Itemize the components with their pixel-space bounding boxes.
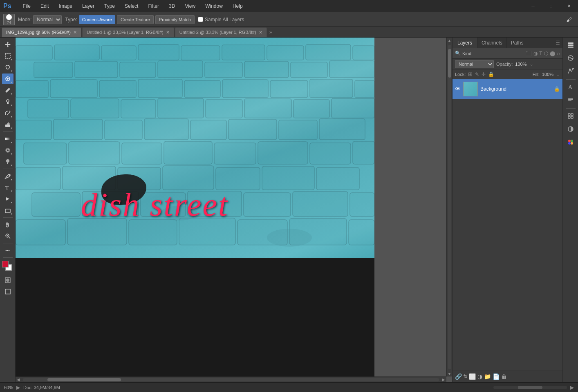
separator-1: [566, 79, 576, 80]
new-layer-btn[interactable]: 📄: [493, 373, 500, 380]
hand-tool[interactable]: [2, 219, 13, 230]
paths-panel-btn[interactable]: [565, 65, 576, 77]
menu-window[interactable]: Window: [204, 2, 224, 10]
opacity-value[interactable]: 100%: [515, 62, 526, 67]
zoom-expand-btn[interactable]: ▶: [16, 385, 20, 390]
blur-tool[interactable]: ▼: [2, 145, 13, 156]
menu-filter[interactable]: Filter: [146, 2, 161, 10]
h-scrollbar[interactable]: ◀ ▶: [16, 376, 446, 382]
layers-panel-btn[interactable]: [565, 39, 576, 51]
paragraph-panel-btn[interactable]: [565, 94, 576, 106]
brush-settings-btn[interactable]: 🖌: [563, 14, 575, 25]
tab-expand-btn[interactable]: »: [269, 29, 272, 35]
lasso-tool[interactable]: ▼: [2, 62, 13, 73]
content-aware-btn[interactable]: Content-Aware: [79, 15, 115, 24]
menu-file[interactable]: File: [21, 2, 32, 10]
lock-all-btn[interactable]: 🔒: [488, 71, 494, 77]
move-tool[interactable]: [2, 39, 13, 50]
link-layers-btn[interactable]: 🔗: [455, 373, 462, 380]
minimize-btn[interactable]: ─: [527, 1, 539, 11]
mask-mode-btn[interactable]: [2, 275, 13, 285]
filter-shape-icon[interactable]: ⬡: [544, 51, 548, 56]
brush-preview[interactable]: 74: [3, 14, 15, 25]
tab-1[interactable]: Untitled-1 @ 33,3% (Layer 1, RGB/8#) ✕: [82, 27, 174, 37]
swatches-panel-btn[interactable]: [565, 136, 576, 148]
gradient-tool[interactable]: ▼: [2, 134, 13, 144]
v-scroll-track[interactable]: [448, 45, 451, 369]
menu-select[interactable]: Select: [123, 2, 140, 10]
tab-0[interactable]: IMG_1299.jpg @ 60% (RGB/8#) ✕: [2, 27, 81, 37]
mask-btn[interactable]: ⬜: [469, 373, 476, 380]
tab-2-close[interactable]: ✕: [259, 30, 262, 35]
tab-2[interactable]: Untitled-2 @ 33,3% (Layer 1, RGB/8#) ✕: [175, 27, 267, 37]
delete-layer-btn[interactable]: 🗑: [501, 373, 507, 380]
menu-layer[interactable]: Layer: [81, 2, 96, 10]
create-texture-btn[interactable]: Create Texture: [117, 15, 154, 24]
extra-tools[interactable]: •••: [2, 245, 13, 256]
v-scrollbar[interactable]: ▲ ▼: [446, 38, 452, 376]
tab-1-close[interactable]: ✕: [166, 30, 170, 35]
tab-layers[interactable]: Layers: [453, 38, 477, 48]
adjustments-panel-btn[interactable]: [565, 123, 576, 135]
tab-channels[interactable]: Channels: [477, 38, 507, 48]
fx-btn[interactable]: fx: [464, 374, 467, 379]
scroll-indicator[interactable]: [493, 386, 567, 389]
scroll-left-btn[interactable]: ◀: [16, 377, 21, 382]
h-scroll-track[interactable]: [23, 378, 439, 381]
mode-dropdown[interactable]: Normal: [33, 15, 62, 24]
lock-position-btn[interactable]: ✎: [475, 71, 479, 77]
healing-brush-tool[interactable]: ▼: [2, 74, 13, 84]
filter-text-icon[interactable]: T: [539, 51, 542, 56]
channels-panel-btn[interactable]: [565, 52, 576, 64]
type-panel-btn[interactable]: A: [565, 81, 576, 93]
dodge-tool[interactable]: ▼: [2, 156, 13, 167]
pen-tool[interactable]: ▼: [2, 171, 13, 181]
menu-type[interactable]: Type: [103, 2, 116, 10]
menu-edit[interactable]: Edit: [39, 2, 51, 10]
clone-stamp-tool[interactable]: ▼: [2, 96, 13, 107]
adjustment-btn[interactable]: ◑: [477, 373, 482, 380]
type-tool[interactable]: T ▼: [2, 182, 13, 193]
menu-image[interactable]: Image: [57, 2, 74, 10]
eraser-tool[interactable]: ▼: [2, 119, 13, 130]
color-swatches[interactable]: [2, 261, 13, 272]
brush-tool[interactable]: ▼: [2, 85, 13, 96]
tab-0-close[interactable]: ✕: [73, 30, 77, 35]
h-scroll-thumb[interactable]: [47, 378, 121, 381]
blend-mode-select[interactable]: Normal: [455, 60, 494, 68]
v-scroll-thumb[interactable]: [448, 49, 451, 78]
filter-smart-icon[interactable]: ⬤: [550, 51, 555, 56]
maximize-btn[interactable]: □: [545, 1, 557, 11]
scroll-down-btn[interactable]: ▼: [447, 371, 453, 376]
layer-item-background[interactable]: 👁 Background 🔒: [453, 79, 562, 99]
close-btn[interactable]: ✕: [563, 1, 575, 11]
status-expand-btn[interactable]: ▶: [570, 385, 574, 390]
search-icon: 🔍: [455, 51, 461, 56]
folder-btn[interactable]: 📁: [484, 373, 491, 380]
lock-artboard-btn[interactable]: ✛: [482, 71, 486, 77]
properties-panel-btn[interactable]: [565, 110, 576, 122]
zoom-tool[interactable]: [2, 231, 13, 241]
filter-adjustment-icon[interactable]: ◑: [533, 51, 538, 56]
marquee-tool[interactable]: ▼: [2, 51, 13, 61]
shape-tool[interactable]: ▼: [2, 205, 13, 216]
sample-all-layers-checkbox[interactable]: [198, 17, 203, 22]
proximity-match-btn[interactable]: Proximity Match: [155, 15, 195, 24]
menu-help[interactable]: Help: [231, 2, 244, 10]
filter-pixel-icon[interactable]: ⬛: [526, 51, 532, 56]
canvas-area[interactable]: dish street ◀ ▶ ▲ ▼: [16, 38, 452, 382]
foreground-color-swatch[interactable]: [2, 261, 9, 267]
fill-value[interactable]: 100%: [542, 72, 553, 77]
layer-visibility-eye[interactable]: 👁: [455, 86, 461, 92]
tab-paths[interactable]: Paths: [507, 38, 528, 48]
history-brush-tool[interactable]: ▼: [2, 108, 13, 118]
screen-mode-btn[interactable]: [2, 286, 13, 297]
lock-pixels-btn[interactable]: ⊞: [468, 71, 473, 77]
menu-view[interactable]: View: [183, 2, 197, 10]
scroll-up-btn[interactable]: ▲: [447, 38, 453, 43]
scroll-right-btn[interactable]: ▶: [441, 377, 446, 382]
menu-3d[interactable]: 3D: [167, 2, 177, 10]
filter-toggle[interactable]: ○: [557, 50, 560, 57]
path-select-tool[interactable]: ▼: [2, 194, 13, 204]
panel-menu-btn[interactable]: ☰: [553, 38, 562, 48]
